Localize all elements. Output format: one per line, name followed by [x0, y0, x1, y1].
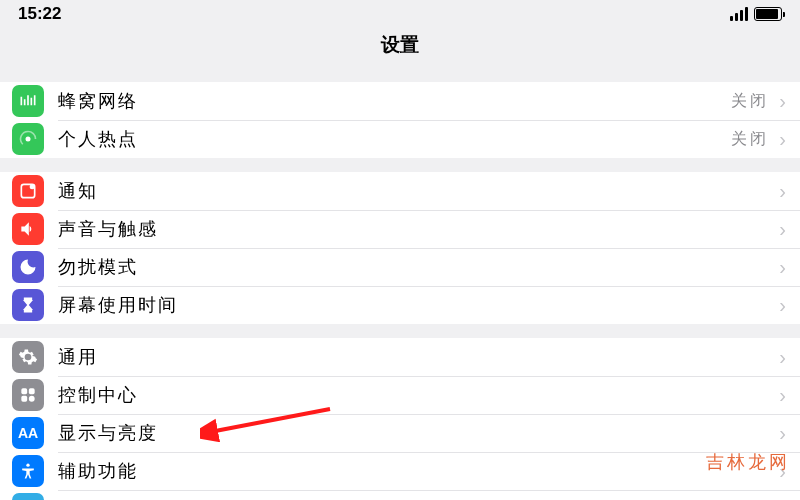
- row-label: 蜂窝网络: [58, 89, 731, 113]
- dnd-icon: [12, 251, 44, 283]
- row-value: 关闭: [731, 129, 769, 150]
- battery-icon: [754, 7, 782, 21]
- page-title: 设置: [0, 28, 800, 68]
- row-display[interactable]: AA 显示与亮度 ›: [0, 414, 800, 452]
- chevron-right-icon: ›: [779, 460, 786, 483]
- row-value: 关闭: [731, 91, 769, 112]
- svg-point-7: [26, 464, 29, 467]
- control-center-icon: [12, 379, 44, 411]
- row-control-center[interactable]: 控制中心 ›: [0, 376, 800, 414]
- row-label: 显示与亮度: [58, 421, 779, 445]
- status-bar: 15:22: [0, 0, 800, 28]
- wallpaper-icon: [12, 493, 44, 500]
- chevron-right-icon: ›: [779, 294, 786, 317]
- status-time: 15:22: [18, 4, 61, 24]
- display-icon: AA: [12, 417, 44, 449]
- settings-group: 蜂窝网络 关闭 › 个人热点 关闭 ›: [0, 82, 800, 158]
- row-label: 通用: [58, 345, 779, 369]
- row-label: 勿扰模式: [58, 255, 779, 279]
- row-hotspot[interactable]: 个人热点 关闭 ›: [0, 120, 800, 158]
- chevron-right-icon: ›: [779, 128, 786, 151]
- row-cellular[interactable]: 蜂窝网络 关闭 ›: [0, 82, 800, 120]
- row-label: 通知: [58, 179, 779, 203]
- hotspot-icon: [12, 123, 44, 155]
- status-right: [730, 7, 782, 21]
- chevron-right-icon: ›: [779, 90, 786, 113]
- chevron-right-icon: ›: [779, 256, 786, 279]
- row-screentime[interactable]: 屏幕使用时间 ›: [0, 286, 800, 324]
- notifications-icon: [12, 175, 44, 207]
- row-general[interactable]: 通用 ›: [0, 338, 800, 376]
- svg-point-6: [29, 396, 35, 402]
- screentime-icon: [12, 289, 44, 321]
- row-notifications[interactable]: 通知 ›: [0, 172, 800, 210]
- row-label: 辅助功能: [58, 459, 779, 483]
- accessibility-icon: [12, 455, 44, 487]
- signal-icon: [730, 7, 748, 21]
- svg-point-0: [26, 137, 31, 142]
- row-label: 控制中心: [58, 383, 779, 407]
- settings-group: 通用 › 控制中心 › AA 显示与亮度 › 辅助功能 › 墙纸 › Siri …: [0, 338, 800, 500]
- settings-group: 通知 › 声音与触感 › 勿扰模式 › 屏幕使用时间 ›: [0, 172, 800, 324]
- row-label: 声音与触感: [58, 217, 779, 241]
- chevron-right-icon: ›: [779, 384, 786, 407]
- svg-rect-5: [21, 396, 27, 402]
- general-icon: [12, 341, 44, 373]
- chevron-right-icon: ›: [779, 346, 786, 369]
- row-label: 屏幕使用时间: [58, 293, 779, 317]
- row-sounds[interactable]: 声音与触感 ›: [0, 210, 800, 248]
- svg-rect-3: [21, 388, 27, 394]
- row-accessibility[interactable]: 辅助功能 ›: [0, 452, 800, 490]
- svg-rect-4: [29, 388, 35, 394]
- chevron-right-icon: ›: [779, 218, 786, 241]
- row-dnd[interactable]: 勿扰模式 ›: [0, 248, 800, 286]
- row-wallpaper[interactable]: 墙纸 ›: [0, 490, 800, 500]
- cellular-icon: [12, 85, 44, 117]
- chevron-right-icon: ›: [779, 180, 786, 203]
- chevron-right-icon: ›: [779, 422, 786, 445]
- row-label: 个人热点: [58, 127, 731, 151]
- sounds-icon: [12, 213, 44, 245]
- svg-point-2: [30, 184, 35, 189]
